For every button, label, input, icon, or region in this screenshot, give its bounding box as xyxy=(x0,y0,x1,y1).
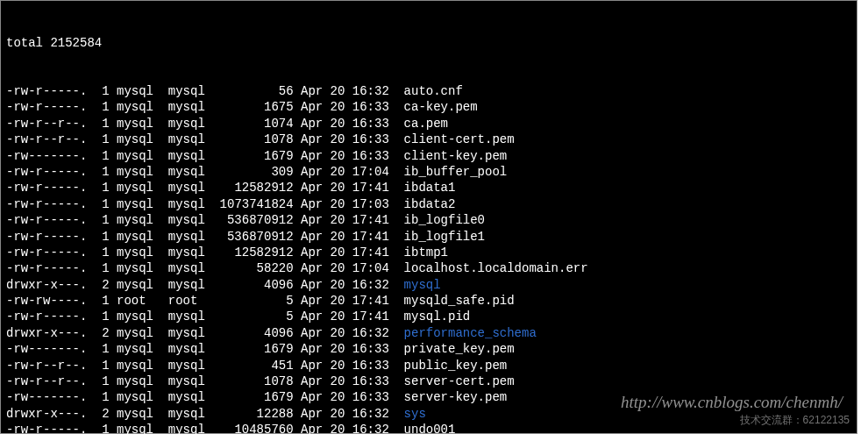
list-item: -rw-r-----.1mysqlmysql5Apr 20 17:41mysql… xyxy=(6,309,851,324)
file-size: 536870912 xyxy=(212,212,293,228)
file-date: Apr 20 17:41 xyxy=(301,180,396,196)
link-count: 1 xyxy=(95,341,110,357)
group: mysql xyxy=(168,422,212,437)
group: mysql xyxy=(168,180,212,196)
list-item: -rw-r--r--.1mysqlmysql1078Apr 20 16:33cl… xyxy=(6,132,851,147)
permissions: -rw-r-----. xyxy=(6,212,87,228)
file-name: ibdata2 xyxy=(404,197,456,211)
file-size: 4096 xyxy=(212,277,293,293)
file-size: 56 xyxy=(212,83,293,99)
terminal-window[interactable]: total 2152584 -rw-r-----.1mysqlmysql56Ap… xyxy=(0,0,857,434)
file-name: ib_buffer_pool xyxy=(404,165,508,179)
link-count: 2 xyxy=(95,406,110,422)
permissions: -rw-r-----. xyxy=(6,245,87,260)
list-item: -rw-r--r--.1mysqlmysql451Apr 20 16:33pub… xyxy=(6,358,851,373)
link-count: 1 xyxy=(95,212,110,228)
file-date: Apr 20 17:41 xyxy=(301,229,396,245)
list-item: -rw-------.1mysqlmysql1679Apr 20 16:33se… xyxy=(6,389,851,405)
file-name: mysql.pid xyxy=(404,309,471,324)
permissions: -rw-r-----. xyxy=(6,422,87,437)
group: mysql xyxy=(168,196,212,212)
file-date: Apr 20 17:04 xyxy=(301,260,396,276)
list-item: -rw-r-----.1mysqlmysql12582912Apr 20 17:… xyxy=(6,180,851,196)
file-date: Apr 20 16:32 xyxy=(301,406,396,422)
list-item: drwxr-x---.2mysqlmysql4096Apr 20 16:32my… xyxy=(6,277,851,293)
owner: mysql xyxy=(117,148,160,164)
list-item: drwxr-x---.2mysqlmysql12288Apr 20 16:32s… xyxy=(6,406,851,422)
file-size: 12582912 xyxy=(212,245,293,260)
file-name: ca-key.pem xyxy=(404,100,478,114)
link-count: 1 xyxy=(95,83,110,99)
group: mysql xyxy=(168,164,212,180)
file-name: public_key.pem xyxy=(404,359,508,373)
permissions: -rw-r--r--. xyxy=(6,373,87,389)
owner: mysql xyxy=(117,406,160,422)
link-count: 1 xyxy=(95,389,110,405)
group: mysql xyxy=(168,358,212,373)
group: mysql xyxy=(168,116,212,132)
permissions: drwxr-x---. xyxy=(6,325,87,341)
owner: mysql xyxy=(117,212,160,228)
file-size: 1074 xyxy=(212,116,293,132)
file-name: ibdata1 xyxy=(404,181,456,195)
file-date: Apr 20 17:41 xyxy=(301,309,396,324)
group: mysql xyxy=(168,132,212,147)
owner: mysql xyxy=(117,438,160,441)
owner: mysql xyxy=(117,422,160,437)
owner: mysql xyxy=(117,116,160,132)
file-size: 1073741824 xyxy=(212,196,293,212)
file-size: 12582912 xyxy=(212,180,293,196)
group: mysql xyxy=(168,212,212,228)
dir-name: sys xyxy=(404,407,426,421)
file-name: client-key.pem xyxy=(404,149,508,163)
owner: root xyxy=(117,293,160,309)
file-name: server-cert.pem xyxy=(404,374,515,388)
file-size: 4096 xyxy=(212,325,293,341)
group: mysql xyxy=(168,245,212,260)
owner: mysql xyxy=(117,164,160,180)
file-name: client-cert.pem xyxy=(404,132,515,146)
permissions: -rw-r-----. xyxy=(6,438,87,441)
group: mysql xyxy=(168,260,212,276)
permissions: -rw-r--r--. xyxy=(6,132,87,147)
file-size: 1078 xyxy=(212,373,293,389)
group: mysql xyxy=(168,325,212,341)
file-size: 1078 xyxy=(212,132,293,147)
file-name: ca.pem xyxy=(404,117,448,131)
link-count: 1 xyxy=(95,164,110,180)
file-date: Apr 20 16:32 xyxy=(301,422,396,437)
permissions: -rw-rw----. xyxy=(6,293,87,309)
group: root xyxy=(168,293,212,309)
file-size: 10485760 xyxy=(212,422,293,437)
permissions: -rw-r-----. xyxy=(6,99,87,115)
permissions: -rw-r-----. xyxy=(6,164,87,180)
owner: mysql xyxy=(117,229,160,245)
file-size: 1675 xyxy=(212,99,293,115)
file-date: Apr 20 16:32 xyxy=(301,83,396,99)
link-count: 2 xyxy=(95,325,110,341)
file-date: Apr 20 16:32 xyxy=(301,277,396,293)
group: mysql xyxy=(168,83,212,99)
group: mysql xyxy=(168,99,212,115)
link-count: 1 xyxy=(95,422,110,437)
file-date: Apr 20 16:33 xyxy=(301,358,396,373)
file-date: Apr 20 16:33 xyxy=(301,341,396,357)
link-count: 1 xyxy=(95,196,110,212)
file-size: 58220 xyxy=(212,260,293,276)
link-count: 1 xyxy=(95,132,110,147)
file-size: 5 xyxy=(212,293,293,309)
list-item: -rw-r-----.1mysqlmysql1675Apr 20 16:33ca… xyxy=(6,99,851,115)
list-item: -rw-r-----.1mysqlmysql10485760Apr 20 16:… xyxy=(6,422,851,437)
list-item: -rw-r--r--.1mysqlmysql1078Apr 20 16:33se… xyxy=(6,373,851,389)
link-count: 2 xyxy=(95,277,110,293)
permissions: -rw-r--r--. xyxy=(6,116,87,132)
file-date: Apr 20 16:33 xyxy=(301,116,396,132)
owner: mysql xyxy=(117,358,160,373)
owner: mysql xyxy=(117,389,160,405)
owner: mysql xyxy=(117,132,160,147)
list-item: drwxr-x---.2mysqlmysql4096Apr 20 16:32pe… xyxy=(6,325,851,341)
list-item: -rw-r-----.1mysqlmysql536870912Apr 20 17… xyxy=(6,229,851,245)
permissions: -rw-------. xyxy=(6,341,87,357)
permissions: -rw-------. xyxy=(6,148,87,164)
permissions: drwxr-x---. xyxy=(6,277,87,293)
